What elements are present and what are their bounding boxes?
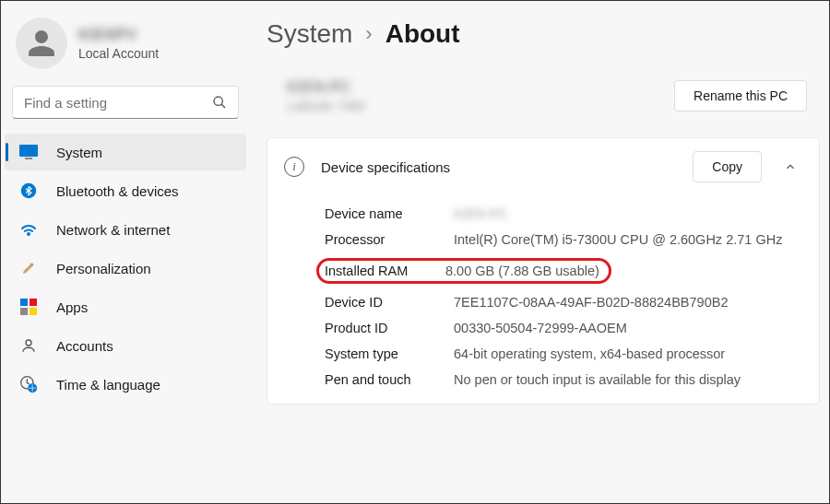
sidebar-item-label: Time & language xyxy=(56,377,160,393)
svg-point-0 xyxy=(214,97,222,105)
search-input[interactable] xyxy=(24,95,205,111)
spec-value: 00330-50504-72999-AAOEM xyxy=(454,321,810,335)
chevron-right-icon: › xyxy=(365,22,372,46)
search-wrap xyxy=(5,86,246,134)
spec-body: Device name KIEN-PC Processor Intel(R) C… xyxy=(267,195,819,404)
spec-label: Pen and touch xyxy=(325,372,454,387)
user-section[interactable]: KIENPV Local Account xyxy=(5,18,246,86)
spec-row-system-type: System type 64-bit operating system, x64… xyxy=(325,341,810,367)
wifi-icon xyxy=(19,220,38,239)
spec-value: 64-bit operating system, x64-based proce… xyxy=(454,346,810,361)
apps-icon xyxy=(19,298,38,316)
sidebar-item-label: Personalization xyxy=(56,261,151,276)
pc-model-masked: Latitude 7480 xyxy=(287,99,365,113)
user-name: KIENPV xyxy=(78,26,159,44)
sidebar-item-apps[interactable]: Apps xyxy=(5,288,246,325)
accounts-icon xyxy=(19,336,38,355)
spec-row-device-id: Device ID 7EE1107C-08AA-49AF-B02D-88824B… xyxy=(325,289,810,315)
user-text: KIENPV Local Account xyxy=(78,26,159,61)
search-box[interactable] xyxy=(12,86,239,119)
svg-rect-5 xyxy=(20,299,28,306)
svg-rect-7 xyxy=(20,308,28,315)
page-title: About xyxy=(385,19,460,49)
sidebar-item-network[interactable]: Network & internet xyxy=(5,211,246,248)
chevron-up-icon[interactable] xyxy=(778,160,802,173)
bluetooth-icon xyxy=(19,182,38,200)
spec-row-device-name: Device name KIEN-PC xyxy=(325,201,810,227)
nav-list: System Bluetooth & devices Network & int… xyxy=(5,134,246,403)
spec-row-installed-ram: Installed RAM 8.00 GB (7.88 GB usable) xyxy=(325,252,810,289)
device-specs-card: i Device specifications Copy Device name… xyxy=(267,137,820,404)
search-icon xyxy=(212,95,227,110)
highlight-annotation: Installed RAM 8.00 GB (7.88 GB usable) xyxy=(316,258,611,284)
svg-point-9 xyxy=(26,340,31,346)
spec-label: Product ID xyxy=(325,321,454,335)
rename-pc-button[interactable]: Rename this PC xyxy=(674,80,807,111)
breadcrumb: System › About xyxy=(267,19,820,49)
spec-label: Processor xyxy=(325,232,454,247)
spec-value: 7EE1107C-08AA-49AF-B02D-88824BB790B2 xyxy=(454,295,810,310)
breadcrumb-parent[interactable]: System xyxy=(267,19,352,49)
spec-row-processor: Processor Intel(R) Core(TM) i5-7300U CPU… xyxy=(325,227,810,252)
spec-label: Device ID xyxy=(325,295,454,310)
sidebar-item-system[interactable]: System xyxy=(5,134,246,170)
spec-value: 8.00 GB (7.88 GB usable) xyxy=(445,264,603,278)
svg-rect-8 xyxy=(30,308,37,315)
svg-rect-6 xyxy=(30,299,37,306)
user-icon xyxy=(26,28,57,59)
avatar xyxy=(16,18,67,69)
sidebar-item-label: Accounts xyxy=(56,338,113,354)
sidebar: KIENPV Local Account System Bluetooth & … xyxy=(1,1,250,503)
svg-line-1 xyxy=(221,104,225,108)
sidebar-item-label: Bluetooth & devices xyxy=(56,183,179,199)
svg-rect-3 xyxy=(25,158,32,159)
spec-value: No pen or touch input is available for t… xyxy=(454,372,810,387)
pc-summary-card: KIEN-PC Latitude 7480 Rename this PC xyxy=(267,71,820,134)
spec-value: KIEN-PC xyxy=(454,206,810,221)
spec-label: Installed RAM xyxy=(325,264,445,278)
spec-section-title: Device specifications xyxy=(321,159,676,175)
sidebar-item-label: System xyxy=(56,145,102,160)
sidebar-item-label: Network & internet xyxy=(56,222,170,238)
sidebar-item-accounts[interactable]: Accounts xyxy=(5,327,246,364)
svg-rect-2 xyxy=(19,145,38,157)
user-account-type: Local Account xyxy=(78,46,159,61)
spec-value: Intel(R) Core(TM) i5-7300U CPU @ 2.60GHz… xyxy=(454,232,810,247)
sidebar-item-personalization[interactable]: Personalization xyxy=(5,250,246,287)
sidebar-item-bluetooth[interactable]: Bluetooth & devices xyxy=(5,172,246,209)
spec-row-pen-touch: Pen and touch No pen or touch input is a… xyxy=(325,367,810,393)
spec-header[interactable]: i Device specifications Copy xyxy=(267,138,819,195)
sidebar-item-time-language[interactable]: Time & language xyxy=(5,366,246,403)
spec-label: Device name xyxy=(325,206,454,221)
copy-button[interactable]: Copy xyxy=(693,151,762,182)
clock-globe-icon xyxy=(19,375,38,393)
system-icon xyxy=(19,143,38,161)
spec-row-product-id: Product ID 00330-50504-72999-AAOEM xyxy=(325,315,810,341)
info-icon: i xyxy=(284,157,304,177)
pc-info: KIEN-PC Latitude 7480 xyxy=(287,78,365,113)
spec-label: System type xyxy=(325,346,454,361)
main-content: System › About KIEN-PC Latitude 7480 Ren… xyxy=(250,1,829,503)
pc-name-masked: KIEN-PC xyxy=(287,78,365,97)
sidebar-item-label: Apps xyxy=(56,299,88,315)
paintbrush-icon xyxy=(19,259,38,277)
